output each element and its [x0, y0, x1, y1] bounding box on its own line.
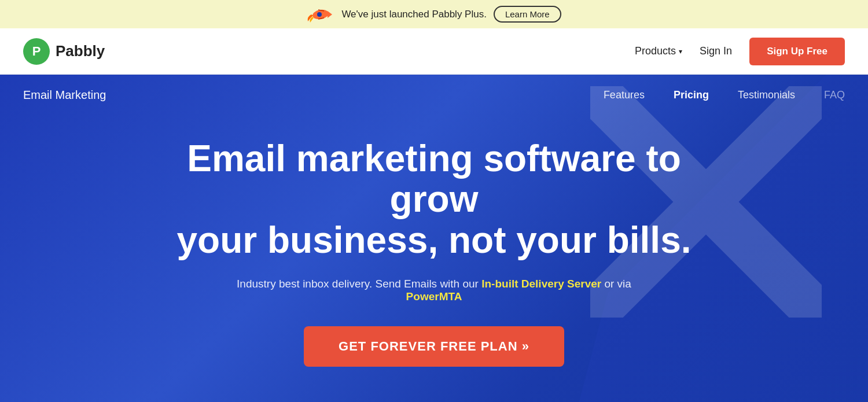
hero-section: Email Marketing Features Pricing Testimo… — [0, 75, 868, 402]
products-button[interactable]: Products ▾ — [635, 45, 682, 57]
chevron-down-icon: ▾ — [679, 47, 682, 56]
learn-more-button[interactable]: Learn More — [494, 6, 561, 23]
sub-nav-brand: Email Marketing — [23, 88, 106, 102]
announcement-bar: We've just launched Pabbly Plus. Learn M… — [0, 0, 868, 28]
announcement-text: We've just launched Pabbly Plus. — [341, 9, 487, 20]
svg-point-2 — [317, 12, 322, 17]
svg-marker-1 — [328, 11, 332, 18]
hero-subtext: Industry best inbox delivery. Send Email… — [231, 278, 637, 303]
signin-link[interactable]: Sign In — [700, 45, 732, 57]
sub-nav-link-faq[interactable]: FAQ — [824, 89, 845, 101]
logo-icon: P — [23, 38, 50, 65]
signup-button[interactable]: Sign Up Free — [749, 38, 845, 65]
top-nav: P Pabbly Products ▾ Sign In Sign Up Free — [0, 28, 868, 75]
hero-headline: Email marketing software to grow your bu… — [174, 138, 694, 260]
hero-content: Email marketing software to grow your bu… — [0, 115, 868, 401]
logo-name: Pabbly — [56, 42, 105, 60]
cta-button[interactable]: GET FOREVER FREE PLAN » — [304, 326, 564, 367]
delivery-server-highlight: In-built Delivery Server — [481, 278, 601, 290]
rocket-icon — [307, 6, 334, 23]
powermta-highlight: PowerMTA — [406, 290, 462, 303]
nav-right: Products ▾ Sign In Sign Up Free — [635, 38, 845, 65]
logo-area[interactable]: P Pabbly — [23, 38, 105, 65]
